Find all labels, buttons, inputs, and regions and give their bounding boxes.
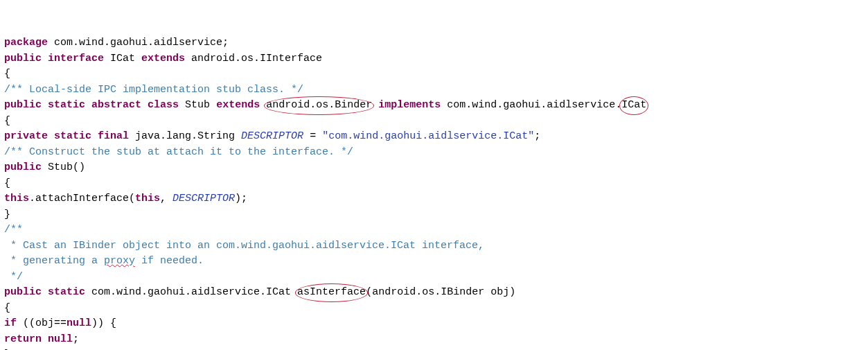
keyword-interface: interface xyxy=(48,53,104,64)
comment: /** Construct the stub at attach it to t… xyxy=(4,146,353,158)
keyword-public: public xyxy=(4,99,42,111)
string-literal: "com.wind.gaohui.aidlservice.ICat" xyxy=(322,130,534,142)
keyword-this: this xyxy=(4,193,29,204)
keyword-extends: extends xyxy=(216,99,260,111)
text: com.wind.gaohui.aidlservice.ICat xyxy=(85,286,297,298)
space xyxy=(85,99,91,111)
space xyxy=(91,130,98,142)
code-block: package com.wind.gaohui.aidlservice; pub… xyxy=(4,35,864,350)
comment-line: * Cast an IBinder object into an com.win… xyxy=(4,240,484,252)
brace-open: { xyxy=(4,115,10,127)
circled-text-binder: android.os.Binder xyxy=(266,98,372,114)
keyword-if: if xyxy=(4,317,17,329)
comment-line: if needed. xyxy=(135,255,204,267)
keyword-static: static xyxy=(48,286,85,298)
text: )) { xyxy=(91,317,116,329)
text: com.wind.gaohui.aidlservice; xyxy=(48,37,229,49)
keyword-extends: extends xyxy=(141,53,185,64)
space xyxy=(141,99,148,111)
keyword-class: class xyxy=(148,99,179,111)
space xyxy=(42,333,48,345)
keyword-abstract: abstract xyxy=(91,99,141,111)
identifier-descriptor: DESCRIPTOR xyxy=(172,193,235,204)
keyword-null: null xyxy=(67,317,91,329)
comment-start: /** xyxy=(4,224,23,236)
keyword-this: this xyxy=(135,193,160,204)
text: android.os.IInterface xyxy=(185,53,322,64)
space xyxy=(42,53,48,64)
space xyxy=(48,130,54,142)
comment-end: */ xyxy=(4,271,23,283)
text: java.lang.String xyxy=(129,130,241,142)
keyword-public: public xyxy=(4,161,42,173)
keyword-package: package xyxy=(4,37,48,49)
keyword-public: public xyxy=(4,53,42,64)
identifier-descriptor: DESCRIPTOR xyxy=(241,130,303,142)
circled-text-asinterface: asInterface xyxy=(297,285,366,301)
text: Stub xyxy=(179,99,216,111)
space xyxy=(260,99,266,111)
text: ((obj== xyxy=(17,317,67,329)
keyword-static: static xyxy=(48,99,85,111)
brace-close: } xyxy=(4,209,10,220)
keyword-null: null xyxy=(48,333,73,345)
text: ); xyxy=(235,193,247,204)
comment-line: * generating a xyxy=(4,255,104,267)
text: Stub() xyxy=(42,161,85,173)
text: .attachInterface( xyxy=(29,193,135,204)
circled-text-icat: ICat xyxy=(621,98,646,114)
brace-open: { xyxy=(4,302,10,314)
keyword-public: public xyxy=(4,286,42,298)
text: ; xyxy=(73,333,79,345)
brace-open: { xyxy=(4,177,10,189)
space xyxy=(42,286,48,298)
comment-word-proxy: proxy xyxy=(104,255,135,267)
brace-open: { xyxy=(4,68,10,80)
space xyxy=(372,99,378,111)
space xyxy=(42,99,48,111)
text: ; xyxy=(534,130,540,142)
text: , xyxy=(160,193,172,204)
comment: /** Local-side IPC implementation stub c… xyxy=(4,84,303,96)
keyword-final: final xyxy=(98,130,129,142)
text: com.wind.gaohui.aidlservice. xyxy=(441,99,621,111)
keyword-implements: implements xyxy=(378,99,441,111)
text: (android.os.IBinder obj) xyxy=(366,286,515,298)
text: ICat xyxy=(104,53,141,64)
keyword-static: static xyxy=(54,130,91,142)
keyword-return: return xyxy=(4,333,42,345)
text: = xyxy=(303,130,322,142)
keyword-private: private xyxy=(4,130,48,142)
